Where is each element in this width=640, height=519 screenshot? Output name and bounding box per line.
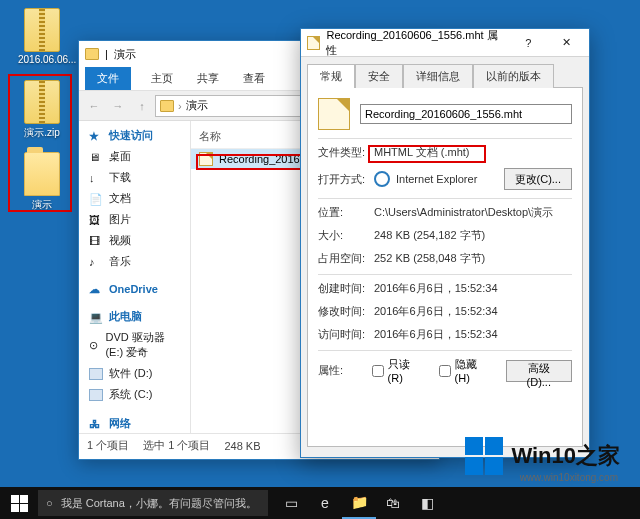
tab-prev-versions[interactable]: 以前的版本: [473, 64, 554, 88]
val-location: C:\Users\Administrator\Desktop\演示: [374, 205, 572, 220]
readonly-checkbox[interactable]: 只读(R): [372, 357, 423, 384]
search-placeholder: 我是 Cortana，小娜。有问题尽管问我。: [61, 496, 257, 511]
tree-downloads[interactable]: ↓下载: [79, 167, 190, 188]
tree-sys-c[interactable]: 系统 (C:): [79, 384, 190, 405]
tab-file[interactable]: 文件: [85, 67, 131, 90]
label-location: 位置:: [318, 205, 374, 220]
app-icon[interactable]: ◧: [410, 487, 444, 519]
props-titlebar[interactable]: Recording_20160606_1556.mht 属性 ? ✕: [301, 29, 589, 57]
selected-size: 248 KB: [224, 440, 260, 452]
val-sizeondisk: 252 KB (258,048 字节): [374, 251, 572, 266]
tree-videos[interactable]: 🎞视频: [79, 230, 190, 251]
tree-soft-d[interactable]: 软件 (D:): [79, 363, 190, 384]
highlight-file-row: [196, 154, 306, 170]
tab-general[interactable]: 常规: [307, 64, 355, 88]
watermark-brand: Win10之家: [511, 441, 620, 471]
tree-desktop[interactable]: 🖥桌面: [79, 146, 190, 167]
val-size: 248 KB (254,182 字节): [374, 228, 572, 243]
nav-tree[interactable]: ★快速访问 🖥桌面 ↓下载 📄文档 🖼图片 🎞视频 ♪音乐 ☁OneDrive …: [79, 121, 191, 433]
tab-view[interactable]: 查看: [231, 67, 277, 90]
filename-input[interactable]: [360, 104, 572, 124]
tree-documents[interactable]: 📄文档: [79, 188, 190, 209]
disc-icon: ⊙: [89, 339, 99, 351]
label-modified: 修改时间:: [318, 304, 374, 319]
label-size: 大小:: [318, 228, 374, 243]
file-type-icon: [318, 98, 350, 130]
tree-quick-access[interactable]: ★快速访问: [79, 125, 190, 146]
val-openwith: Internet Explorer: [396, 173, 477, 185]
properties-dialog: Recording_20160606_1556.mht 属性 ? ✕ 常规 安全…: [300, 28, 590, 458]
val-accessed: 2016年6月6日，15:52:34: [374, 327, 572, 342]
breadcrumb[interactable]: 演示: [186, 98, 208, 113]
close-button[interactable]: ✕: [551, 32, 583, 54]
watermark: Win10之家: [465, 437, 620, 475]
tree-pictures[interactable]: 🖼图片: [79, 209, 190, 230]
cortana-search[interactable]: ○ 我是 Cortana，小娜。有问题尽管问我。: [38, 490, 268, 516]
tab-home[interactable]: 主页: [139, 67, 185, 90]
network-icon: 🖧: [89, 418, 103, 430]
val-modified: 2016年6月6日，15:52:34: [374, 304, 572, 319]
cloud-icon: ☁: [89, 283, 103, 295]
drive-icon: [89, 368, 103, 380]
mht-icon: [307, 36, 320, 50]
label-type: 文件类型:: [318, 145, 374, 160]
label-attrs: 属性:: [318, 363, 372, 378]
change-button[interactable]: 更改(C)...: [504, 168, 572, 190]
task-view-icon[interactable]: ▭: [274, 487, 308, 519]
folder-icon: [160, 100, 174, 112]
label-created: 创建时间:: [318, 281, 374, 296]
windows-logo-icon: [465, 437, 503, 475]
tab-share[interactable]: 共享: [185, 67, 231, 90]
explorer-taskbar-icon[interactable]: 📁: [342, 487, 376, 519]
edge-icon[interactable]: e: [308, 487, 342, 519]
window-title: 演示: [114, 47, 136, 62]
nav-back[interactable]: ←: [83, 95, 105, 117]
label-accessed: 访问时间:: [318, 327, 374, 342]
nav-fwd[interactable]: →: [107, 95, 129, 117]
highlight-filetype: [368, 145, 486, 163]
start-button[interactable]: [0, 487, 38, 519]
desktop-label: 2016.06.06...: [18, 54, 66, 65]
desktop-icon-zip1[interactable]: 2016.06.06...: [18, 8, 66, 65]
tab-security[interactable]: 安全: [355, 64, 403, 88]
windows-icon: [11, 495, 28, 512]
drive-icon: [89, 389, 103, 401]
label-openwith: 打开方式:: [318, 172, 374, 187]
search-icon: ○: [46, 497, 53, 509]
pc-icon: 💻: [89, 311, 103, 323]
desktop-icon: 🖥: [89, 151, 103, 163]
zip-icon: [24, 8, 60, 52]
item-count: 1 个项目: [87, 438, 129, 453]
watermark-url: www.win10xitong.com: [520, 472, 618, 483]
taskbar[interactable]: ○ 我是 Cortana，小娜。有问题尽管问我。 ▭ e 📁 🛍 ◧: [0, 487, 640, 519]
video-icon: 🎞: [89, 235, 103, 247]
props-title: Recording_20160606_1556.mht 属性: [326, 28, 500, 58]
document-icon: 📄: [89, 193, 103, 205]
highlight-desktop: [8, 74, 72, 212]
picture-icon: 🖼: [89, 214, 103, 226]
store-icon[interactable]: 🛍: [376, 487, 410, 519]
ie-icon: [374, 171, 390, 187]
download-icon: ↓: [89, 172, 103, 184]
tree-onedrive[interactable]: ☁OneDrive: [79, 280, 190, 298]
star-icon: ★: [89, 130, 103, 142]
pipe: |: [105, 48, 108, 60]
tree-music[interactable]: ♪音乐: [79, 251, 190, 272]
val-created: 2016年6月6日，15:52:34: [374, 281, 572, 296]
tree-this-pc[interactable]: 💻此电脑: [79, 306, 190, 327]
nav-up[interactable]: ↑: [131, 95, 153, 117]
folder-icon: [85, 48, 99, 60]
tree-dvd[interactable]: ⊙DVD 驱动器 (E:) 爱奇: [79, 327, 190, 363]
props-body: 文件类型:MHTML 文档 (.mht) 打开方式:Internet Explo…: [307, 87, 583, 447]
music-icon: ♪: [89, 256, 103, 268]
advanced-button[interactable]: 高级(D)...: [506, 360, 572, 382]
props-tabs: 常规 安全 详细信息 以前的版本: [301, 57, 589, 87]
label-sizeondisk: 占用空间:: [318, 251, 374, 266]
help-button[interactable]: ?: [512, 32, 544, 54]
selected-count: 选中 1 个项目: [143, 438, 210, 453]
tree-network[interactable]: 🖧网络: [79, 413, 190, 433]
tab-details[interactable]: 详细信息: [403, 64, 473, 88]
hidden-checkbox[interactable]: 隐藏(H): [439, 357, 490, 384]
